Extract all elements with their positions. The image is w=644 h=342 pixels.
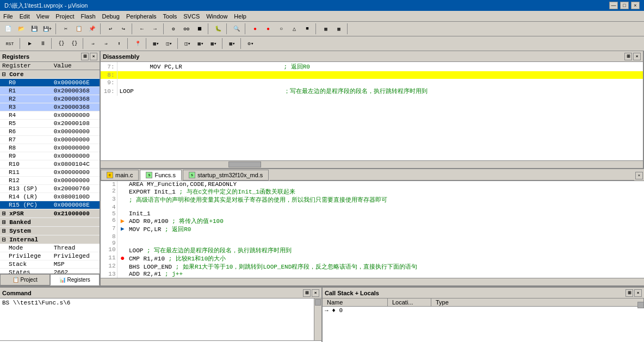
tb-misc2[interactable]: ▦ bbox=[320, 23, 332, 35]
command-float-btn[interactable]: ⊞ bbox=[303, 289, 311, 297]
menu-peripherals[interactable]: Peripherals bbox=[123, 12, 160, 21]
tb-build[interactable]: ⚙ bbox=[168, 23, 179, 35]
sep3 bbox=[132, 23, 134, 34]
registers-header-btns: ⊞ × bbox=[81, 53, 97, 60]
reg-r2-name: R2 bbox=[0, 95, 52, 103]
tb-run[interactable]: ▶ bbox=[24, 38, 36, 49]
disassembly-close-btn[interactable]: × bbox=[633, 53, 641, 60]
tb-open[interactable]: 📂 bbox=[15, 23, 27, 35]
source-content[interactable]: 1 AREA MY_Function,CODE,READONLY 2 EXPOR… bbox=[101, 181, 644, 278]
reg-mode-value: Thread bbox=[52, 244, 100, 252]
tb-saveall[interactable]: 💾+ bbox=[41, 23, 53, 35]
registers-header: Registers ⊞ × bbox=[0, 51, 100, 62]
tb-fwd[interactable]: → bbox=[149, 23, 161, 35]
reg-r14-name: R14 (LR) bbox=[0, 193, 52, 201]
tb-rst[interactable]: RST bbox=[2, 38, 17, 49]
maximize-button[interactable]: □ bbox=[620, 2, 629, 9]
tb-step3[interactable]: ⇒ bbox=[87, 38, 99, 49]
tb-cmd1[interactable]: ▦▾ bbox=[150, 38, 162, 49]
menu-window[interactable]: Window bbox=[203, 12, 231, 21]
tb-stop[interactable]: ⏹ bbox=[194, 23, 206, 35]
tb-cut[interactable]: ✂ bbox=[60, 23, 72, 35]
menu-edit[interactable]: Edit bbox=[16, 12, 33, 21]
tab-startup-s[interactable]: s startup_stm32f10x_md.s bbox=[183, 170, 269, 181]
tb-new[interactable]: 📄 bbox=[2, 23, 14, 35]
source-close-btn[interactable]: × bbox=[635, 172, 643, 179]
source-line-13: 13 ADD R2,#1 ; j++ bbox=[101, 271, 644, 277]
close-button[interactable]: × bbox=[631, 2, 640, 9]
startup-s-icon: s bbox=[189, 172, 195, 178]
reg-mode-name: Mode bbox=[0, 244, 52, 252]
tb-cmd5[interactable]: ▦▾ bbox=[208, 38, 220, 49]
callstack-content[interactable]: → ♦ 0 bbox=[323, 307, 644, 342]
tb-debug[interactable]: 🐛 bbox=[212, 23, 224, 35]
disassembly-content[interactable]: 7: MOV PC,LR ; 返回R0 8: 9: bbox=[101, 62, 643, 160]
minimize-button[interactable]: — bbox=[609, 2, 618, 9]
reg-row-stack: Stack MSP bbox=[0, 260, 100, 269]
tb-redo[interactable]: ↪ bbox=[117, 23, 129, 35]
reg-row-r2: R2 0x20000368 bbox=[0, 95, 100, 103]
tb-cmd3[interactable]: ◫▾ bbox=[182, 38, 194, 49]
callstack-float-btn[interactable]: ⊞ bbox=[626, 289, 633, 297]
tb-step5[interactable]: ⬆ bbox=[113, 38, 125, 49]
command-scrollbar[interactable] bbox=[314, 299, 321, 340]
tab-main-c-label: main.c bbox=[115, 172, 133, 178]
toolbar-2: RST ▶ ⏸ {} {} ⇒ ⇒ ⬆ 📍 ▦▾ ◫▾ ◫▾ ▦▾ ▦▾ ▦▾ … bbox=[0, 36, 644, 51]
tb-stop2[interactable]: ⏸ bbox=[37, 38, 49, 49]
reg-row-internal: ⊟ Internal bbox=[0, 235, 100, 244]
menu-flash[interactable]: Flash bbox=[78, 12, 99, 21]
tb-rebuild[interactable]: ⚙⚙ bbox=[181, 23, 193, 35]
tb-step4[interactable]: ⇒ bbox=[100, 38, 112, 49]
menu-file[interactable]: File bbox=[0, 12, 16, 21]
registers-float-btn[interactable]: ⊞ bbox=[81, 53, 89, 60]
tb-show[interactable]: 📍 bbox=[132, 38, 144, 49]
tb-cmd6[interactable]: ▦▾ bbox=[226, 38, 238, 49]
tb-search[interactable]: 🔍 bbox=[231, 23, 243, 35]
disassembly-float-btn[interactable]: ⊞ bbox=[624, 53, 632, 60]
tab-funcs-s[interactable]: s Funcs.s bbox=[140, 170, 182, 181]
source-line-4: 4 bbox=[101, 204, 644, 210]
disasm-row-9: 9: bbox=[101, 79, 643, 86]
tab-startup-s-label: startup_stm32f10x_md.s bbox=[197, 172, 263, 178]
tab-registers[interactable]: 📊 Registers bbox=[50, 274, 100, 285]
tb-paste[interactable]: 📌 bbox=[86, 23, 98, 35]
tb-red2[interactable]: ● bbox=[262, 23, 274, 35]
tb-cmd2[interactable]: ◫▾ bbox=[163, 38, 175, 49]
disassembly-title: Disassembly bbox=[103, 53, 139, 60]
command-close-btn[interactable]: × bbox=[312, 289, 319, 297]
tb-undo[interactable]: ↩ bbox=[104, 23, 116, 35]
menu-view[interactable]: View bbox=[33, 12, 53, 21]
reg-col-register: Register bbox=[0, 62, 52, 70]
tb-misc3[interactable]: ▦ bbox=[333, 23, 345, 35]
menu-tools[interactable]: Tools bbox=[160, 12, 181, 21]
registers-table[interactable]: Register Value ⊟ Core R0 0x0000006E bbox=[0, 62, 100, 273]
tab-main-c[interactable]: c main.c bbox=[101, 170, 139, 181]
main-c-icon: c bbox=[107, 172, 113, 178]
tb-step2[interactable]: {} bbox=[69, 38, 81, 49]
tb-step[interactable]: {} bbox=[55, 38, 67, 49]
tb-settings[interactable]: ⚙▾ bbox=[245, 38, 257, 49]
tb-cmd4[interactable]: ▦▾ bbox=[195, 38, 207, 49]
reg-row-mode: Mode Thread bbox=[0, 244, 100, 252]
tb-back[interactable]: ← bbox=[136, 23, 148, 35]
command-output: BS \\test1\Func.s\6 bbox=[0, 299, 314, 340]
menu-help[interactable]: Help bbox=[231, 12, 250, 21]
tb-save[interactable]: 💾 bbox=[28, 23, 40, 35]
sep10 bbox=[20, 38, 22, 49]
tb-circle[interactable]: ○ bbox=[275, 23, 287, 35]
command-title: Command bbox=[2, 290, 32, 296]
tb-red1[interactable]: ● bbox=[249, 23, 261, 35]
reg-row-privilege: Privilege Privileged bbox=[0, 252, 100, 260]
callstack-close-btn[interactable]: × bbox=[634, 289, 642, 297]
tb-triangle[interactable]: △ bbox=[288, 23, 300, 35]
menu-debug[interactable]: Debug bbox=[99, 12, 123, 21]
callstack-title: Call Stack + Locals bbox=[325, 290, 379, 296]
tb-misc1[interactable]: ■ bbox=[301, 23, 313, 35]
registers-close-btn[interactable]: × bbox=[90, 53, 97, 60]
tab-project[interactable]: 📋 Project bbox=[0, 274, 50, 285]
menu-project[interactable]: Project bbox=[52, 12, 77, 21]
reg-r8-name: R8 bbox=[0, 144, 52, 152]
tb-copy[interactable]: 📋 bbox=[73, 23, 85, 35]
menu-svcs[interactable]: SVCS bbox=[180, 12, 203, 21]
reg-r1-name: R1 bbox=[0, 87, 52, 95]
